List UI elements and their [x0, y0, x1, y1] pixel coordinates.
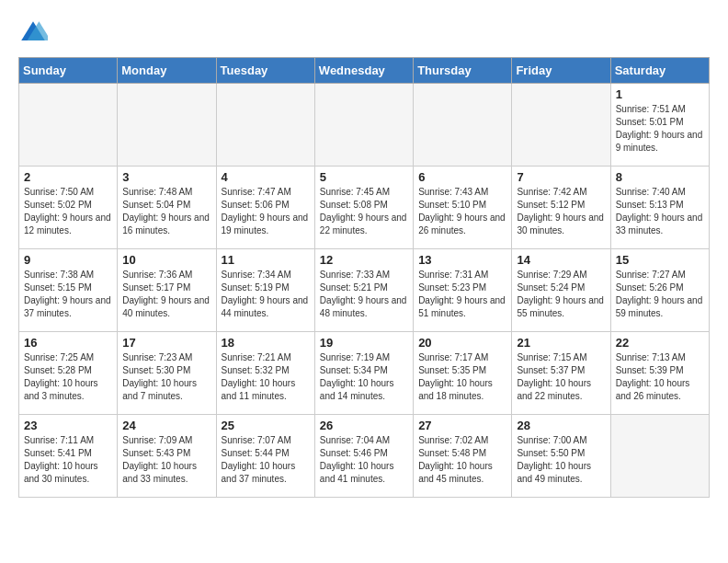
day-cell — [118, 84, 216, 167]
header-thursday: Thursday — [414, 58, 512, 84]
week-row-1: 2Sunrise: 7:50 AM Sunset: 5:02 PM Daylig… — [19, 167, 710, 249]
day-number: 7 — [517, 170, 605, 184]
header-monday: Monday — [118, 58, 216, 84]
day-cell: 11Sunrise: 7:34 AM Sunset: 5:19 PM Dayli… — [216, 249, 314, 332]
day-number: 19 — [320, 336, 408, 350]
day-info: Sunrise: 7:33 AM Sunset: 5:21 PM Dayligh… — [320, 269, 408, 320]
day-number: 6 — [418, 170, 506, 184]
day-info: Sunrise: 7:13 AM Sunset: 5:39 PM Dayligh… — [616, 351, 704, 403]
day-info: Sunrise: 7:38 AM Sunset: 5:15 PM Dayligh… — [24, 269, 112, 320]
day-info: Sunrise: 7:43 AM Sunset: 5:10 PM Dayligh… — [418, 186, 506, 237]
day-cell: 17Sunrise: 7:23 AM Sunset: 5:30 PM Dayli… — [118, 332, 216, 415]
day-cell — [414, 84, 512, 167]
day-info: Sunrise: 7:50 AM Sunset: 5:02 PM Dayligh… — [24, 186, 112, 237]
logo-icon — [18, 18, 48, 48]
calendar: SundayMondayTuesdayWednesdayThursdayFrid… — [18, 57, 710, 498]
day-cell: 16Sunrise: 7:25 AM Sunset: 5:28 PM Dayli… — [19, 332, 118, 415]
day-info: Sunrise: 7:36 AM Sunset: 5:17 PM Dayligh… — [122, 269, 210, 320]
day-cell: 6Sunrise: 7:43 AM Sunset: 5:10 PM Daylig… — [414, 167, 512, 249]
day-cell: 20Sunrise: 7:17 AM Sunset: 5:35 PM Dayli… — [414, 332, 512, 415]
day-cell: 4Sunrise: 7:47 AM Sunset: 5:06 PM Daylig… — [216, 167, 314, 249]
header-sunday: Sunday — [19, 58, 118, 84]
day-number: 22 — [616, 336, 704, 350]
day-cell — [19, 84, 118, 167]
day-number: 4 — [222, 170, 310, 184]
day-cell: 5Sunrise: 7:45 AM Sunset: 5:08 PM Daylig… — [314, 167, 413, 249]
day-number: 14 — [517, 253, 605, 267]
day-info: Sunrise: 7:11 AM Sunset: 5:41 PM Dayligh… — [24, 434, 112, 486]
day-info: Sunrise: 7:47 AM Sunset: 5:06 PM Dayligh… — [222, 186, 310, 237]
day-number: 5 — [320, 170, 408, 184]
week-row-3: 16Sunrise: 7:25 AM Sunset: 5:28 PM Dayli… — [19, 332, 710, 415]
day-number: 18 — [222, 336, 310, 350]
day-info: Sunrise: 7:29 AM Sunset: 5:24 PM Dayligh… — [517, 269, 605, 320]
calendar-header: SundayMondayTuesdayWednesdayThursdayFrid… — [19, 58, 710, 84]
day-number: 11 — [222, 253, 310, 267]
day-info: Sunrise: 7:27 AM Sunset: 5:26 PM Dayligh… — [616, 269, 704, 320]
day-number: 20 — [418, 336, 506, 350]
day-number: 8 — [616, 170, 704, 184]
day-number: 3 — [122, 170, 210, 184]
page-header — [18, 18, 710, 48]
day-cell: 7Sunrise: 7:42 AM Sunset: 5:12 PM Daylig… — [512, 167, 610, 249]
day-cell: 26Sunrise: 7:04 AM Sunset: 5:46 PM Dayli… — [314, 415, 413, 498]
day-cell: 19Sunrise: 7:19 AM Sunset: 5:34 PM Dayli… — [314, 332, 413, 415]
day-info: Sunrise: 7:25 AM Sunset: 5:28 PM Dayligh… — [24, 351, 112, 403]
day-number: 12 — [320, 253, 408, 267]
day-cell: 18Sunrise: 7:21 AM Sunset: 5:32 PM Dayli… — [216, 332, 314, 415]
day-number: 28 — [517, 419, 605, 432]
day-number: 24 — [122, 419, 210, 432]
day-number: 9 — [24, 253, 112, 267]
header-tuesday: Tuesday — [216, 58, 314, 84]
day-cell: 9Sunrise: 7:38 AM Sunset: 5:15 PM Daylig… — [19, 249, 118, 332]
day-info: Sunrise: 7:09 AM Sunset: 5:43 PM Dayligh… — [122, 434, 210, 486]
day-info: Sunrise: 7:02 AM Sunset: 5:48 PM Dayligh… — [418, 434, 506, 486]
day-info: Sunrise: 7:21 AM Sunset: 5:32 PM Dayligh… — [222, 351, 310, 403]
day-cell: 3Sunrise: 7:48 AM Sunset: 5:04 PM Daylig… — [118, 167, 216, 249]
day-number: 15 — [616, 253, 704, 267]
day-cell: 24Sunrise: 7:09 AM Sunset: 5:43 PM Dayli… — [118, 415, 216, 498]
day-cell — [610, 415, 709, 498]
day-number: 16 — [24, 336, 112, 350]
day-cell: 23Sunrise: 7:11 AM Sunset: 5:41 PM Dayli… — [19, 415, 118, 498]
header-saturday: Saturday — [610, 58, 709, 84]
day-info: Sunrise: 7:15 AM Sunset: 5:37 PM Dayligh… — [517, 351, 605, 403]
day-cell: 10Sunrise: 7:36 AM Sunset: 5:17 PM Dayli… — [118, 249, 216, 332]
day-cell: 25Sunrise: 7:07 AM Sunset: 5:44 PM Dayli… — [216, 415, 314, 498]
day-info: Sunrise: 7:45 AM Sunset: 5:08 PM Dayligh… — [320, 186, 408, 237]
day-info: Sunrise: 7:00 AM Sunset: 5:50 PM Dayligh… — [517, 434, 605, 486]
day-number: 2 — [24, 170, 112, 184]
day-info: Sunrise: 7:31 AM Sunset: 5:23 PM Dayligh… — [418, 269, 506, 320]
day-cell — [216, 84, 314, 167]
week-row-4: 23Sunrise: 7:11 AM Sunset: 5:41 PM Dayli… — [19, 415, 710, 498]
day-number: 10 — [122, 253, 210, 267]
day-info: Sunrise: 7:42 AM Sunset: 5:12 PM Dayligh… — [517, 186, 605, 237]
day-info: Sunrise: 7:23 AM Sunset: 5:30 PM Dayligh… — [122, 351, 210, 403]
day-cell: 8Sunrise: 7:40 AM Sunset: 5:13 PM Daylig… — [610, 167, 709, 249]
day-info: Sunrise: 7:04 AM Sunset: 5:46 PM Dayligh… — [320, 434, 408, 486]
day-cell: 22Sunrise: 7:13 AM Sunset: 5:39 PM Dayli… — [610, 332, 709, 415]
day-info: Sunrise: 7:51 AM Sunset: 5:01 PM Dayligh… — [616, 103, 704, 155]
day-cell: 15Sunrise: 7:27 AM Sunset: 5:26 PM Dayli… — [610, 249, 709, 332]
header-friday: Friday — [512, 58, 610, 84]
day-number: 21 — [517, 336, 605, 350]
day-number: 27 — [418, 419, 506, 432]
day-cell: 12Sunrise: 7:33 AM Sunset: 5:21 PM Dayli… — [314, 249, 413, 332]
day-cell: 13Sunrise: 7:31 AM Sunset: 5:23 PM Dayli… — [414, 249, 512, 332]
day-info: Sunrise: 7:48 AM Sunset: 5:04 PM Dayligh… — [122, 186, 210, 237]
day-info: Sunrise: 7:34 AM Sunset: 5:19 PM Dayligh… — [222, 269, 310, 320]
day-number: 17 — [122, 336, 210, 350]
day-info: Sunrise: 7:07 AM Sunset: 5:44 PM Dayligh… — [222, 434, 310, 486]
day-info: Sunrise: 7:40 AM Sunset: 5:13 PM Dayligh… — [616, 186, 704, 237]
week-row-0: 1Sunrise: 7:51 AM Sunset: 5:01 PM Daylig… — [19, 84, 710, 167]
day-number: 1 — [616, 87, 704, 101]
day-cell: 14Sunrise: 7:29 AM Sunset: 5:24 PM Dayli… — [512, 249, 610, 332]
day-cell: 28Sunrise: 7:00 AM Sunset: 5:50 PM Dayli… — [512, 415, 610, 498]
day-cell: 27Sunrise: 7:02 AM Sunset: 5:48 PM Dayli… — [414, 415, 512, 498]
day-number: 25 — [222, 419, 310, 432]
day-cell: 1Sunrise: 7:51 AM Sunset: 5:01 PM Daylig… — [610, 84, 709, 167]
day-info: Sunrise: 7:19 AM Sunset: 5:34 PM Dayligh… — [320, 351, 408, 403]
logo — [18, 18, 51, 48]
day-number: 23 — [24, 419, 112, 432]
calendar-body: 1Sunrise: 7:51 AM Sunset: 5:01 PM Daylig… — [19, 84, 710, 498]
